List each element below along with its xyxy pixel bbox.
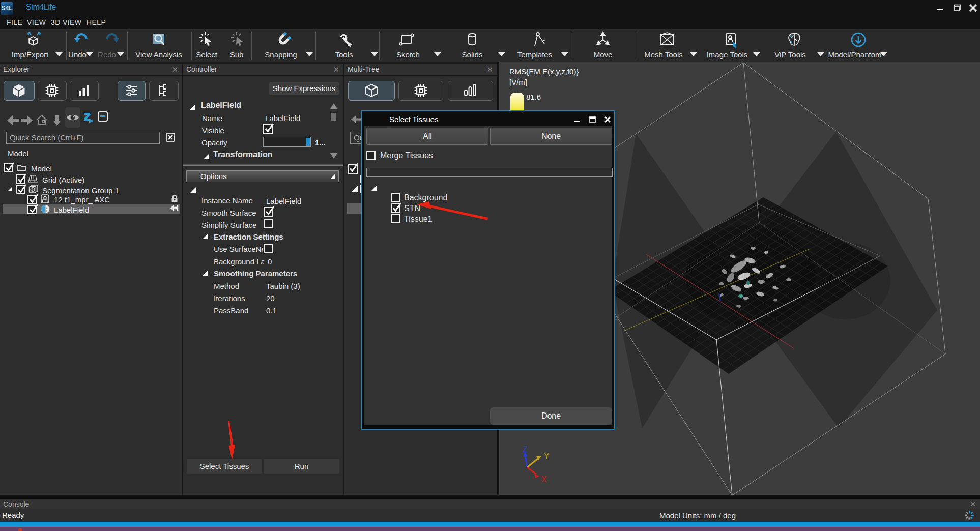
svg-text:X: X — [541, 475, 547, 484]
svg-text:RMS{EM E(x,y,z,f0)}: RMS{EM E(x,y,z,f0)} — [509, 67, 579, 76]
svg-text:Y: Y — [544, 452, 550, 460]
svg-text:[V/m]: [V/m] — [509, 78, 527, 86]
svg-text:81.6: 81.6 — [526, 93, 541, 101]
svg-text:Z: Z — [523, 445, 528, 454]
